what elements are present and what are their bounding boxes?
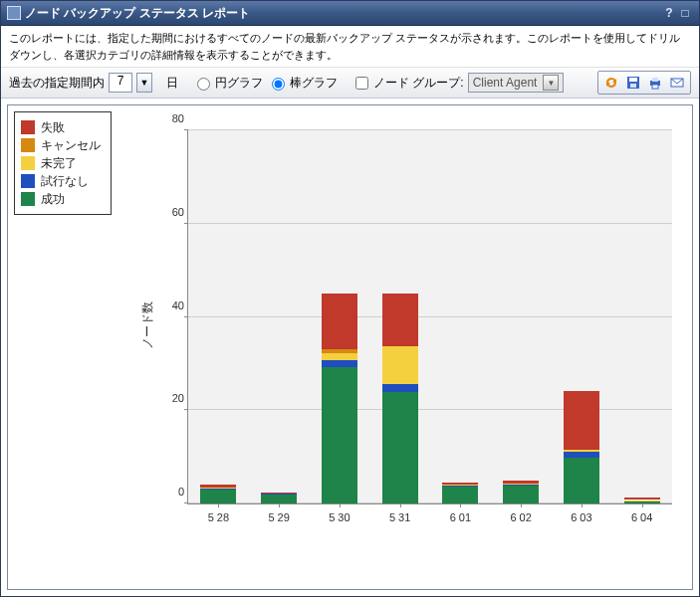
bar-segment-noattempt[interactable] [442,486,478,487]
bar-column[interactable] [442,415,478,503]
print-icon[interactable] [645,73,665,93]
bar-segment-incomplete[interactable] [503,484,539,485]
bar-segment-failure[interactable] [322,294,357,349]
y-tick-mark [184,502,188,503]
y-tick-mark [184,409,188,410]
toolbar-actions [597,71,691,95]
nodegroup-select[interactable]: Client Agent ▼ [468,73,565,93]
bar-segment-failure[interactable] [200,485,236,488]
bar-segment-success[interactable] [200,490,236,503]
bar-segment-incomplete[interactable] [261,493,297,494]
radio-bar-label: 棒グラフ [290,75,338,92]
bar-segment-success[interactable] [624,501,660,503]
bar-segment-success[interactable] [503,486,539,503]
nodegroup-checkbox[interactable]: ノード グループ: [351,74,464,93]
legend-label: 未完了 [41,155,77,172]
bar-segment-failure[interactable] [442,483,478,485]
bar-segment-incomplete[interactable] [624,500,660,502]
bar-segment-incomplete[interactable] [564,450,599,453]
period-value-input[interactable]: 7 [109,73,132,93]
day-unit-label: 日 [166,75,178,92]
bar-column[interactable] [382,224,418,503]
period-dropdown-icon[interactable]: ▼ [136,73,152,93]
app-window: ノード バックアップ ステータス レポート ? □ このレポートには、指定した期… [0,0,700,597]
x-tick-mark [460,503,461,507]
y-tick-mark [184,129,188,130]
bar-segment-failure[interactable] [503,481,539,485]
radio-bar-input[interactable] [272,78,285,91]
refresh-icon[interactable] [601,73,621,93]
legend-item-cancel: キャンセル [21,136,101,154]
bar-segment-success[interactable] [261,495,297,503]
report-description: このレポートには、指定した期間におけるすべてのノードの最新バックアップ ステータ… [1,26,699,68]
x-tick-mark [642,503,643,507]
svg-rect-1 [629,78,637,82]
bar-segment-noattempt[interactable] [261,494,297,495]
bar-segment-success[interactable] [442,487,478,503]
x-tick-mark [218,503,219,507]
radio-pie[interactable]: 円グラフ [192,75,263,92]
bar-column[interactable] [503,410,539,503]
nodegroup-label: ノード グループ: [373,75,464,92]
help-icon[interactable]: ? [661,5,677,21]
bar-segment-incomplete[interactable] [442,485,478,486]
x-tick-label: 5 29 [249,511,309,523]
legend-swatch [21,174,35,188]
bar-segment-incomplete[interactable] [322,353,357,360]
legend-swatch [21,156,35,170]
bar-segment-incomplete[interactable] [382,346,418,385]
x-tick-mark [340,503,341,507]
y-tick-mark [184,223,188,224]
bar-column[interactable] [564,298,599,503]
mail-icon[interactable] [667,73,687,93]
bar-segment-failure[interactable] [382,294,418,346]
bar-column[interactable] [624,457,660,503]
gridline [188,223,672,224]
x-tick-label: 6 03 [552,511,611,523]
radio-pie-label: 円グラフ [215,75,263,92]
bar-segment-noattempt[interactable] [382,384,418,391]
legend-item-incomplete: 未完了 [21,154,101,172]
radio-pie-input[interactable] [197,78,210,91]
x-tick-label: 5 28 [188,511,248,523]
legend-swatch [21,192,35,206]
bar-segment-success[interactable] [382,392,418,504]
x-tick-label: 6 04 [612,511,672,523]
bar-segment-cancel[interactable] [322,349,357,353]
bar-segment-noattempt[interactable] [564,452,599,457]
y-tick-label: 80 [160,112,184,124]
y-tick-label: 40 [160,299,184,311]
radio-bar[interactable]: 棒グラフ [267,75,338,92]
legend-swatch [21,138,35,152]
bar-segment-failure[interactable] [624,498,660,499]
titlebar: ノード バックアップ ステータス レポート ? □ [1,1,699,26]
x-tick-mark [279,503,280,507]
report-icon [7,6,21,20]
gridline [188,409,672,410]
bar-segment-noattempt[interactable] [322,360,357,367]
maximize-icon[interactable]: □ [677,5,693,21]
bar-segment-success[interactable] [322,367,357,503]
nodegroup-value: Client Agent [473,76,538,90]
bar-segment-noattempt[interactable] [503,485,539,486]
y-tick-label: 0 [160,486,184,498]
legend-item-failure: 失敗 [21,118,101,136]
bar-column[interactable] [322,224,357,503]
bar-segment-success[interactable] [564,458,599,503]
gridline [188,129,672,130]
bar-segment-incomplete[interactable] [200,488,236,489]
bar-column[interactable] [200,420,236,503]
x-tick-mark [521,503,522,507]
chart-container: 失敗キャンセル未完了試行なし成功 ノード数 0204060805 285 295… [1,99,699,596]
chart-border: 失敗キャンセル未完了試行なし成功 ノード数 0204060805 285 295… [7,104,693,590]
bar-segment-noattempt[interactable] [200,489,236,490]
bar-column[interactable] [261,438,297,503]
save-icon[interactable] [623,73,643,93]
legend-label: 成功 [41,191,65,208]
bar-segment-failure[interactable] [261,493,297,494]
x-tick-mark [582,503,583,507]
nodegroup-checkbox-input[interactable] [355,77,368,90]
bar-segment-failure[interactable] [564,391,599,450]
window-title: ノード バックアップ ステータス レポート [25,5,250,22]
x-tick-mark [400,503,401,507]
